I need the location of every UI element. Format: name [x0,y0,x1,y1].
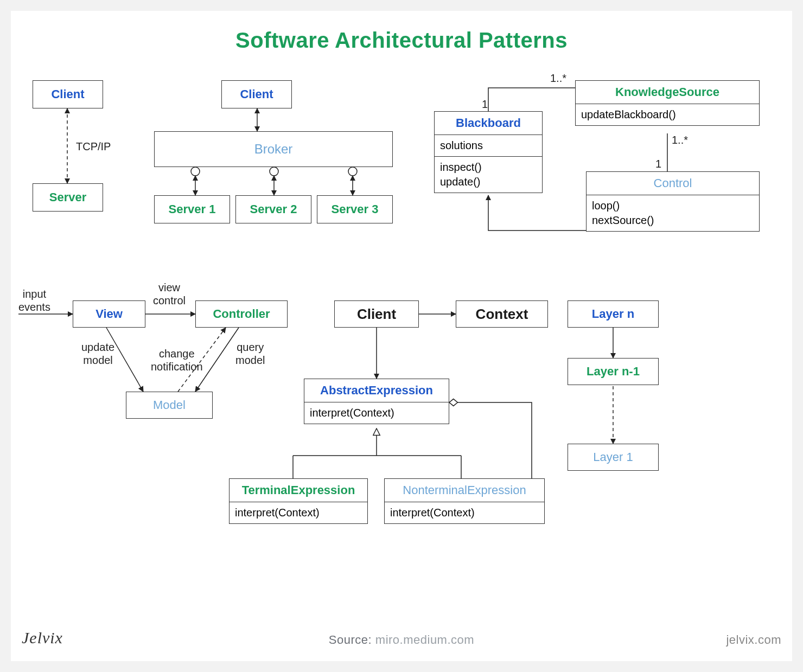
footer: Jelvix Source: miro.medium.com jelvix.co… [11,633,792,647]
broker-server1-box: Server 1 [154,195,230,223]
page-title: Software Architectural Patterns [11,28,792,53]
svg-point-3 [191,167,200,176]
broker-server2-label: Server 2 [250,202,297,216]
int-client-label: Client [357,306,396,323]
broker-server3-label: Server 3 [332,202,379,216]
layer-1-box: Layer 1 [568,444,659,471]
int-context-label: Context [476,306,528,323]
cs-server-box: Server [33,183,103,212]
bb-control-ops: loop() nextSource() [587,195,759,231]
mvc-model-box: Model [126,392,213,419]
broker-client-label: Client [240,87,273,101]
int-context-box: Context [456,300,548,328]
svg-point-4 [270,167,278,176]
diagram-canvas: Software Architectural Patterns [11,11,792,661]
bb-control-box: Control loop() nextSource() [586,171,760,232]
layer-n-label: Layer n [592,307,634,321]
int-nonterm-title: NonterminalExpression [403,483,526,497]
int-abs-op: interpret(Context) [304,402,449,424]
mvc-query-model-label: query model [235,341,265,367]
broker-server3-box: Server 3 [317,195,393,223]
cs-client-label: Client [51,87,84,101]
footer-brand-right: jelvix.com [726,633,781,647]
int-term-title: TerminalExpression [242,483,355,497]
bb-ks-box: KnowledgeSource updateBlackboard() [575,80,760,126]
int-nonterm-op: interpret(Context) [385,502,544,523]
int-nonterm-box: NonterminalExpression interpret(Context) [384,478,545,524]
mvc-view-control-label: view control [153,281,186,307]
cs-server-label: Server [49,190,87,204]
mvc-change-notif-label: change notification [151,347,203,373]
broker-label: Broker [254,142,293,157]
mvc-view-box: View [73,300,145,328]
broker-server1-label: Server 1 [169,202,216,216]
int-abs-box: AbstractExpression interpret(Context) [304,379,449,424]
int-term-box: TerminalExpression interpret(Context) [229,478,368,524]
bb-mult-bb: 1 [482,98,488,111]
mvc-controller-box: Controller [195,300,288,328]
layer-n1-box: Layer n-1 [568,358,659,385]
mvc-model-label: Model [153,398,186,412]
bb-blackboard-attrs: solutions [435,135,542,157]
footer-source-value: miro.medium.com [375,633,474,647]
bb-blackboard-title: Blackboard [456,116,521,130]
layer-1-label: Layer 1 [593,450,633,464]
bb-mult-ks-top: 1..* [550,72,566,85]
mvc-input-events-label: input events [18,287,50,313]
footer-source-label: Source [329,633,368,647]
bb-blackboard-ops: inspect() update() [435,157,542,193]
bb-control-title: Control [654,176,692,190]
layer-n-box: Layer n [568,300,659,328]
int-term-op: interpret(Context) [230,502,367,523]
bb-ks-title: KnowledgeSource [615,85,719,99]
footer-brand-left: Jelvix [22,629,63,647]
bb-mult-ctrl: 1 [655,157,661,170]
mvc-controller-label: Controller [213,307,270,321]
int-abs-title: AbstractExpression [320,383,433,398]
broker-box: Broker [154,131,393,167]
bb-ks-ops: updateBlackboard() [576,104,759,125]
bb-mult-ks-bot: 1..* [672,133,688,146]
mvc-view-label: View [95,307,123,321]
mvc-update-model-label: update model [81,341,114,367]
svg-point-5 [348,167,357,176]
int-client-box: Client [334,300,419,328]
cs-edge-label: TCP/IP [76,140,111,153]
bb-blackboard-box: Blackboard solutions inspect() update() [434,111,543,193]
cs-client-box: Client [33,80,103,108]
broker-client-box: Client [221,80,292,108]
layer-n1-label: Layer n-1 [587,364,640,379]
broker-server2-box: Server 2 [235,195,311,223]
